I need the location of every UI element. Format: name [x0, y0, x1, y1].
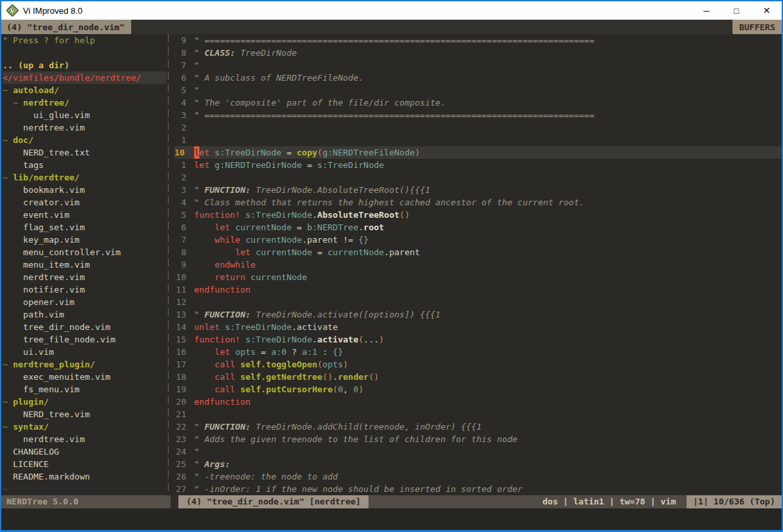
code-line[interactable]: 20endfunction — [174, 396, 782, 408]
tree-item[interactable]: ui_glue.vim — [3, 109, 167, 121]
close-button[interactable]: ✕ — [752, 1, 782, 20]
token: currentNode — [245, 234, 302, 246]
tree-item[interactable]: ~ autoload/ — [3, 84, 167, 96]
code-line[interactable]: 18 call self.getNerdtree().render() — [174, 371, 782, 383]
code-line[interactable]: 6 let currentNode = b:NERDTree.root — [174, 221, 782, 234]
token — [194, 271, 214, 283]
code-line[interactable]: 11endfunction — [174, 283, 782, 296]
tree-item[interactable]: event.vim — [3, 209, 167, 221]
tree-item[interactable]: menu_item.vim — [3, 258, 167, 271]
code-line[interactable]: 13" FUNCTION: TreeDirNode.activate([opti… — [174, 308, 782, 321]
code-line[interactable]: 12 — [174, 296, 782, 308]
tree-item[interactable]: bookmark.vim — [3, 184, 167, 196]
code-line[interactable]: 5" — [174, 84, 782, 96]
token: ( — [332, 383, 338, 396]
code-line[interactable]: 8" CLASS: TreeDirNode — [174, 47, 782, 59]
tree-item[interactable]: README.markdown — [3, 470, 167, 483]
code-line[interactable]: 1let g:NERDTreeDirNode = s:TreeDirNode — [174, 159, 782, 171]
code-line[interactable]: 7" — [174, 59, 782, 72]
code-line[interactable]: 14unlet s:TreeDirNode.activate — [174, 321, 782, 333]
tab-tree-dir-node[interactable]: (4) "tree_dir_node.vim" — [1, 20, 131, 34]
tree-item[interactable]: ~ — [3, 483, 167, 495]
code-line[interactable]: 26" -treenode: the node to add — [174, 470, 782, 483]
code-line[interactable]: 2 — [174, 121, 782, 134]
token: , — [343, 383, 353, 396]
tree-item[interactable]: ~ plugin/ — [3, 396, 167, 408]
tree-item[interactable]: notifier.vim — [3, 283, 167, 296]
token: g:NERDTreeDirNode — [214, 159, 302, 171]
tree-item[interactable] — [3, 47, 167, 59]
token — [194, 221, 214, 234]
code-line[interactable]: 10 return currentNode — [174, 271, 782, 283]
tree-item[interactable]: " Press ? for help — [3, 34, 167, 47]
tree-item[interactable]: nerdtree.vim — [3, 271, 167, 283]
code-line[interactable]: 17 call self.toggleOpen(opts) — [174, 358, 782, 371]
tree-item[interactable]: tree_dir_node.vim — [3, 321, 167, 333]
tree-item[interactable]: NERD_tree.txt — [3, 146, 167, 159]
tree-item[interactable]: tags — [3, 159, 167, 171]
code-line[interactable]: 5function! s:TreeDirNode.AbsoluteTreeRoo… — [174, 209, 782, 221]
token — [240, 333, 245, 346]
minimize-button[interactable]: ─ — [691, 1, 721, 20]
command-line[interactable] — [1, 508, 782, 530]
code-line[interactable]: 10let s:TreeDirNode = copy(g:NERDTreeFil… — [174, 146, 782, 159]
code-line[interactable]: 9" =====================================… — [174, 34, 782, 47]
nerdtree-panel[interactable]: " Press ? for help.. (up a dir)</vimfile… — [1, 34, 167, 495]
code-line[interactable]: 25" Args: — [174, 458, 782, 470]
token: ... — [363, 333, 378, 346]
tree-item[interactable]: ~ doc/ — [3, 134, 167, 146]
gutter-gap — [186, 383, 194, 396]
code-line[interactable]: 1 — [174, 134, 782, 146]
gutter-gap — [186, 458, 194, 470]
code-editor[interactable]: 9" =====================================… — [174, 34, 782, 495]
window-separator[interactable] — [167, 34, 174, 495]
tree-item[interactable]: ~ syntax/ — [3, 420, 167, 433]
code-line[interactable]: 22" FUNCTION: TreeDirNode.addChild(treen… — [174, 420, 782, 433]
code-line[interactable]: 23" Adds the given treenode to the list … — [174, 433, 782, 445]
tree-item[interactable]: path.vim — [3, 308, 167, 321]
code-line[interactable]: 24" — [174, 445, 782, 458]
maximize-button[interactable]: □ — [721, 1, 752, 20]
tree-item[interactable]: ~ lib/nerdtree/ — [3, 171, 167, 184]
code-line[interactable]: 16 let opts = a:0 ? a:1 : {} — [174, 346, 782, 358]
tree-item[interactable]: fs_menu.vim — [3, 383, 167, 396]
tree-root-path[interactable]: </vimfiles/bundle/nerdtree/ — [3, 72, 167, 84]
tree-item[interactable]: NERD_tree.vim — [3, 408, 167, 420]
token: </vimfiles/bundle/nerdtree/ — [3, 73, 141, 83]
tree-item[interactable]: ~ nerdtree/ — [3, 96, 167, 109]
code-line[interactable]: 3" =====================================… — [174, 109, 782, 121]
code-line[interactable]: 4" Class method that returns the highest… — [174, 196, 782, 209]
tree-item[interactable]: creator.vim — [3, 196, 167, 209]
token: " — [194, 458, 205, 470]
code-line[interactable]: 2 — [174, 171, 782, 184]
tree-item[interactable]: tree_file_node.vim — [3, 333, 167, 346]
code-line[interactable]: 7 while currentNode.parent != {} — [174, 234, 782, 246]
token — [209, 146, 214, 159]
tree-item[interactable]: exec_menuitem.vim — [3, 371, 167, 383]
token: " ======================================… — [194, 109, 594, 121]
tree-item[interactable]: nerdtree.vim — [3, 433, 167, 445]
gutter-gap — [186, 59, 194, 72]
code-line[interactable]: 27" -inOrder: 1 if the new node should b… — [174, 483, 782, 495]
tree-item[interactable]: menu_controller.vim — [3, 246, 167, 258]
token: FUNCTION: — [205, 420, 251, 433]
code-line[interactable]: 4" The 'composite' part of the file/dir … — [174, 96, 782, 109]
tree-item[interactable]: ~ nerdtree_plugin/ — [3, 358, 167, 371]
tree-item[interactable]: ui.vim — [3, 346, 167, 358]
code-line[interactable]: 6" A subclass of NERDTreeFileNode. — [174, 72, 782, 84]
tree-item[interactable]: CHANGELOG — [3, 445, 167, 458]
code-line[interactable]: 3" FUNCTION: TreeDirNode.AbsoluteTreeRoo… — [174, 184, 782, 196]
tree-up-a-dir[interactable]: .. (up a dir) — [3, 59, 167, 72]
code-line[interactable]: 9 endwhile — [174, 258, 782, 271]
code-line[interactable]: 19 call self.putCursorHere(0, 0) — [174, 383, 782, 396]
tree-item[interactable]: key_map.vim — [3, 234, 167, 246]
line-number: 14 — [174, 321, 186, 333]
tree-item[interactable]: nerdtree.vim — [3, 121, 167, 134]
code-line[interactable]: 21 — [174, 408, 782, 420]
tree-item[interactable]: LICENCE — [3, 458, 167, 470]
tree-item[interactable]: flag_set.vim — [3, 221, 167, 234]
token: ( — [358, 333, 363, 346]
code-line[interactable]: 15function! s:TreeDirNode.activate(...) — [174, 333, 782, 346]
tree-item[interactable]: opener.vim — [3, 296, 167, 308]
code-line[interactable]: 8 let currentNode = currentNode.parent — [174, 246, 782, 258]
